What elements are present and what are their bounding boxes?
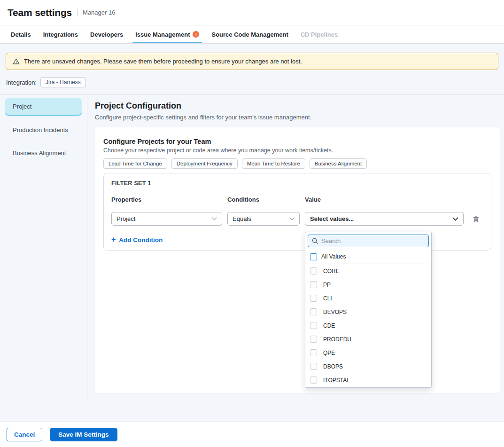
metric-tags-row: Lead Time for Change Deployment Frequenc… [103, 158, 491, 169]
tab-details[interactable]: Details [8, 25, 34, 43]
sidebar-item-project[interactable]: Project [5, 98, 82, 116]
delete-filter-button[interactable] [469, 212, 483, 226]
unsaved-changes-banner: There are unsaved changes. Please save t… [6, 53, 498, 70]
dropdown-option-cde[interactable]: CDE [305, 319, 431, 332]
team-settings-page: Team settings Manager 16 Details Integra… [0, 0, 504, 447]
content-row: Project Production Incidents Business Al… [0, 95, 504, 402]
dropdown-option-qpe[interactable]: QPE [305, 346, 431, 360]
tab-source-code-management[interactable]: Source Code Management [209, 25, 291, 43]
settings-tabbar: Details Integrations Developers Issue Ma… [0, 25, 504, 44]
cancel-button[interactable]: Cancel [7, 428, 42, 441]
option-checkbox[interactable] [310, 322, 317, 329]
card-title: Configure Projects for your Team [103, 138, 491, 145]
save-im-settings-button[interactable]: Save IM Settings [50, 428, 117, 441]
condition-select[interactable]: Equals [227, 212, 300, 226]
option-checkbox[interactable] [310, 295, 317, 302]
filter-column-labels: Properties Conditions Value [111, 196, 483, 203]
metric-tag-mean-time-to-restore: Mean Time to Restore [242, 158, 305, 169]
page-header: Team settings Manager 16 [0, 0, 504, 25]
integration-row: Integration: Jira - Harness [6, 77, 504, 87]
option-checkbox[interactable] [310, 267, 317, 274]
dropdown-option-devops[interactable]: DEVOPS [305, 305, 431, 319]
configure-projects-card: Configure Projects for your Team Choose … [95, 127, 500, 393]
dropdown-option-core[interactable]: CORE [305, 264, 431, 278]
option-checkbox[interactable] [310, 308, 317, 315]
metric-tag-lead-time-for-change: Lead Time for Change [103, 158, 167, 169]
all-values-checkbox[interactable] [310, 253, 317, 260]
tab-developers[interactable]: Developers [87, 25, 126, 43]
option-checkbox[interactable] [310, 281, 317, 288]
section-subtitle: Configure project-specific settings and … [95, 114, 500, 121]
tab-issue-management[interactable]: Issue Management ! [132, 25, 202, 43]
dropdown-option-pipe[interactable]: PIPE [305, 387, 431, 388]
option-checkbox[interactable] [310, 363, 317, 370]
chevron-down-icon [289, 217, 295, 220]
filter-set-title: FILTER SET 1 [111, 180, 483, 187]
integration-label: Integration: [6, 79, 37, 86]
im-sidebar: Project Production Incidents Business Al… [0, 95, 87, 402]
dropdown-option-prodedu[interactable]: PRODEDU [305, 332, 431, 346]
trash-icon [473, 215, 480, 223]
sidebar-item-production-incidents[interactable]: Production Incidents [5, 121, 82, 139]
value-select[interactable]: Select values... [305, 212, 464, 226]
card-subtitle: Choose your respective project or code a… [103, 147, 491, 154]
main-panel: Project Configuration Configure project-… [87, 95, 504, 402]
integration-chip[interactable]: Jira - Harness [40, 77, 86, 87]
tab-cd-pipelines: CD Pipelines [298, 25, 341, 43]
dropdown-option-pp[interactable]: PP [305, 278, 431, 291]
metric-tag-business-alignment: Business Alignment [310, 158, 367, 169]
chevron-down-icon [212, 217, 217, 220]
value-column-label: Value [305, 196, 464, 203]
page-title: Team settings [8, 7, 72, 18]
option-checkbox[interactable] [310, 349, 317, 356]
chevron-down-icon [452, 217, 458, 221]
settings-body: There are unsaved changes. Please save t… [0, 44, 504, 422]
filter-condition-row: Project Equals [111, 212, 483, 226]
section-title: Project Configuration [95, 101, 500, 111]
team-name-label: Manager 16 [83, 9, 115, 16]
dropdown-search [308, 235, 429, 247]
title-divider [78, 9, 78, 16]
search-input[interactable] [321, 237, 425, 244]
dropdown-option-itopstai[interactable]: ITOPSTAI [305, 373, 431, 387]
value-dropdown-panel: All Values CORE PP [305, 232, 432, 388]
metric-tag-deployment-frequency: Deployment Frequency [171, 158, 238, 169]
option-checkbox[interactable] [310, 336, 317, 343]
footer-actions: Cancel Save IM Settings [0, 422, 504, 447]
search-icon [312, 238, 318, 244]
property-select[interactable]: Project [111, 212, 222, 226]
tab-integrations[interactable]: Integrations [40, 25, 81, 43]
filter-set-1: FILTER SET 1 Properties Conditions Value… [103, 173, 491, 251]
properties-column-label: Properties [111, 196, 222, 203]
plus-icon: + [111, 236, 116, 243]
sidebar-item-business-alignment[interactable]: Business Alignment [5, 144, 82, 162]
add-condition-button[interactable]: + Add Condition [111, 236, 163, 243]
warning-icon [13, 58, 20, 65]
select-all-option[interactable]: All Values [305, 250, 431, 264]
dropdown-option-cli[interactable]: CLI [305, 291, 431, 305]
banner-text: There are unsaved changes. Please save t… [24, 58, 302, 65]
conditions-column-label: Conditions [227, 196, 300, 203]
dropdown-option-dbops[interactable]: DBOPS [305, 360, 431, 373]
unsaved-alert-badge: ! [193, 31, 199, 38]
option-checkbox[interactable] [310, 376, 317, 384]
